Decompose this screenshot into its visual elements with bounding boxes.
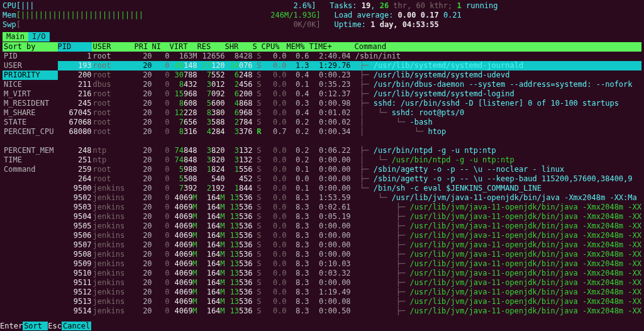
table-header[interactable]: PID USER PRI NI VIRT RES SHR S CPU% MEM%… <box>58 42 641 52</box>
process-row[interactable]: 67045root2001222883806968S0.00.40:01.02 … <box>58 108 641 118</box>
tasks-threads: 26 <box>380 1 389 10</box>
sortby-item[interactable]: TIME <box>3 155 58 165</box>
col-pid[interactable]: PID <box>58 42 92 52</box>
swp-meter-label: Swp <box>3 20 16 29</box>
sortby-item[interactable]: PRIORITY <box>3 70 58 80</box>
process-row[interactable]: 259root200598818241556S0.00.10:00.00 ├─ … <box>58 165 641 174</box>
col-shr[interactable]: SHR <box>225 42 253 52</box>
process-row[interactable]: 216root2001596870926200S0.00.40:12.37 ├─… <box>58 89 641 99</box>
process-table: PID USER PRI NI VIRT RES SHR S CPU% MEM%… <box>58 42 641 316</box>
process-row[interactable]: 9506jenkins2004069M164M13536S0.08.30:00.… <box>58 231 641 240</box>
footer-bar: EnterSort EscCancel <box>0 322 644 331</box>
process-row[interactable]: 193root200481482712024076S0.01.31:29.76 … <box>58 61 641 70</box>
load-label: Load average: <box>334 11 397 20</box>
process-row[interactable]: 9513jenkins2004069M164M13536S0.08.30:00.… <box>58 297 641 306</box>
process-row[interactable]: 9507jenkins2004069M164M13536S0.08.30:00.… <box>58 240 641 250</box>
mem-meter-label: Mem <box>3 11 16 20</box>
sortby-panel: Sort by PIDUSERPRIORITYNICEM_VIRTM_RESID… <box>3 42 58 316</box>
action-sort[interactable]: Sort <box>23 322 48 330</box>
process-row[interactable]: 9508jenkins2004069M164M13536S0.08.30:00.… <box>58 250 641 259</box>
uptime-value: 1 day, 04:53:55 <box>370 20 438 29</box>
col-pri[interactable]: PRI <box>135 42 152 52</box>
process-row[interactable]: 248ntp2007484838203132S0.00.20:06.22 ├─ … <box>58 146 641 155</box>
col-ni[interactable]: NI <box>152 42 170 52</box>
sortby-item[interactable]: STATE <box>3 118 58 127</box>
process-row[interactable]: 9503jenkins2004069M164M13536S0.08.30:02.… <box>58 203 641 212</box>
screen-tabs: MainI/O <box>3 32 641 42</box>
process-row[interactable]: 1root200163M126568428S0.00.62:40.04 /sbi… <box>58 52 641 61</box>
col-time[interactable]: TIME+ <box>309 42 351 52</box>
process-row[interactable]: 67068root200765635882784S0.00.20:00.02 │… <box>58 118 641 127</box>
tasks-label: Tasks: <box>330 1 362 10</box>
sortby-item[interactable]: M_RESIDENT <box>3 99 58 108</box>
sortby-item[interactable]: PERCENT_MEM <box>3 146 58 155</box>
process-row[interactable]: 9505jenkins2004069M164M13536S0.08.30:00.… <box>58 222 641 231</box>
col-cpu[interactable]: CPU% <box>262 42 287 52</box>
tasks-running: 1 <box>457 1 462 10</box>
process-row[interactable]: 9514jenkins2004069M164M13536S0.08.30:00.… <box>58 306 641 316</box>
key-esc: Esc <box>48 322 62 330</box>
mem-meter-bar: [||||||||||||||||||||||||||| 246M/1.93G] <box>16 11 321 20</box>
process-row[interactable]: 9509jenkins2004069M164M13536S0.08.30:10.… <box>58 259 641 269</box>
process-row[interactable]: 9511jenkins2004069M164M13536S0.08.30:00.… <box>58 278 641 288</box>
process-row[interactable]: 264root2005508540452S0.00.00:00.00 ├─ /s… <box>58 174 641 184</box>
process-row[interactable]: 251ntp2007484838203132S0.00.20:00.00 │ └… <box>58 155 641 165</box>
sortby-item[interactable]: M_VIRT <box>3 89 58 99</box>
col-user[interactable]: USER <box>92 42 135 52</box>
sortby-item[interactable]: M_SHARE <box>3 108 58 118</box>
process-row[interactable]: 9504jenkins2004069M164M13536S0.08.30:05.… <box>58 212 641 222</box>
tasks-procs: 19 <box>362 1 370 10</box>
process-row[interactable]: 200root2003078875526248S0.00.40:00.23 ├─… <box>58 70 641 80</box>
col-res[interactable]: RES <box>197 42 225 52</box>
tab-io[interactable]: I/O <box>28 32 50 42</box>
process-row[interactable]: 9510jenkins2004069M164M13536S0.08.30:03.… <box>58 269 641 278</box>
swp-meter-bar: [ 0K/0K] <box>16 20 321 29</box>
col-mem[interactable]: MEM% <box>287 42 309 52</box>
cpu-meter-bar: [||| 2.6%] <box>16 1 316 10</box>
col-virt[interactable]: VIRT <box>170 42 197 52</box>
sortby-item[interactable]: NICE <box>3 80 58 89</box>
sortby-item[interactable]: PERCENT_CPU <box>3 127 58 137</box>
process-row[interactable]: 9502jenkins2004069M164M13536S0.08.31:53.… <box>58 193 641 203</box>
process-row[interactable]: 211dbus200843230122456S0.00.10:35.23 ├─ … <box>58 80 641 89</box>
action-cancel[interactable]: Cancel <box>62 322 91 330</box>
sortby-item[interactable]: Command <box>3 165 58 174</box>
key-enter: Enter <box>0 322 23 330</box>
process-row[interactable]: 68080root200831642843376R0.70.20:00.34 │… <box>58 127 641 137</box>
cpu-meter-label: CPU <box>3 1 16 10</box>
sortby-item[interactable]: USER <box>3 61 58 70</box>
sortby-title: Sort by <box>3 42 58 52</box>
process-row[interactable]: 245root200860856004868S0.00.30:00.98 ├─ … <box>58 99 641 108</box>
col-s[interactable]: S <box>253 42 262 52</box>
process-row[interactable]: 9500jenkins200739221921844S0.00.10:00.00… <box>58 184 641 193</box>
tab-main[interactable]: Main <box>3 32 28 42</box>
process-row[interactable]: 9512jenkins2004069M164M13536S0.08.31:19.… <box>58 288 641 297</box>
sortby-item[interactable] <box>3 137 58 146</box>
sortby-item[interactable]: PID <box>3 52 58 61</box>
process-row <box>58 137 641 146</box>
uptime-label: Uptime: <box>334 20 370 29</box>
col-cmd[interactable]: Command <box>351 42 641 52</box>
